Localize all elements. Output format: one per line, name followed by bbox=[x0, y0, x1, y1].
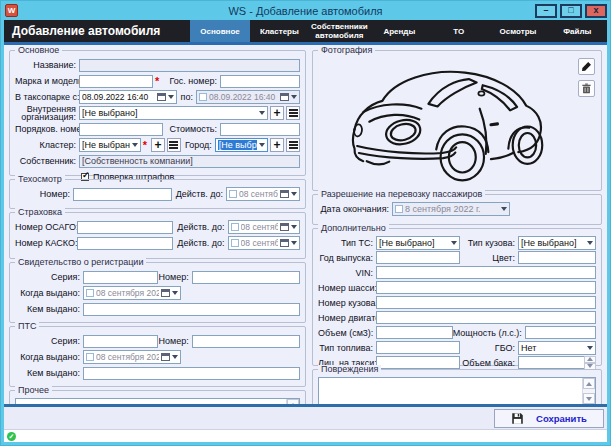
osago-input[interactable] bbox=[77, 221, 173, 234]
tab-to[interactable]: ТО bbox=[429, 20, 488, 42]
date-enable-checkbox[interactable] bbox=[231, 239, 239, 247]
edit-photo-button[interactable] bbox=[578, 58, 595, 75]
calendar-button[interactable] bbox=[161, 289, 178, 297]
taksopark-from-datepicker[interactable]: 08.09.2022 16:40 bbox=[79, 90, 177, 104]
label-obem-baka: Объем бака: bbox=[460, 358, 518, 368]
stoimost-input[interactable] bbox=[220, 123, 300, 136]
minimize-button[interactable]: – bbox=[535, 4, 557, 18]
calendar-button[interactable] bbox=[157, 93, 174, 101]
calendar-button[interactable] bbox=[280, 239, 297, 247]
plus-icon: + bbox=[273, 139, 280, 151]
group-pts: ПТС Серия: Номер: Когда выдано: 08 сентя… bbox=[9, 326, 306, 387]
save-button[interactable]: Сохранить bbox=[494, 409, 604, 428]
vnutr-org-add-button[interactable]: + bbox=[270, 106, 284, 120]
svid-kem-input[interactable] bbox=[83, 303, 300, 316]
scrollbar[interactable] bbox=[582, 378, 595, 404]
pts-kem-input[interactable] bbox=[83, 367, 300, 380]
prochee-textarea[interactable] bbox=[15, 398, 300, 404]
nomer-shassi-input[interactable] bbox=[376, 281, 596, 294]
date-enable-checkbox[interactable] bbox=[86, 289, 94, 297]
scroll-up-button[interactable] bbox=[583, 378, 595, 389]
window-controls: – □ x bbox=[535, 4, 607, 18]
kasko-input[interactable] bbox=[77, 237, 173, 250]
photo-actions bbox=[578, 58, 595, 97]
plus-icon: + bbox=[273, 107, 280, 119]
scroll-down-button[interactable] bbox=[583, 393, 595, 404]
taksopark-to-datepicker[interactable]: 08.09.2022 16:40 bbox=[196, 90, 300, 104]
poryadkov-input[interactable] bbox=[79, 123, 163, 136]
kasko-datepicker[interactable]: 08 сентября 2022 bbox=[228, 236, 300, 250]
gorod-select[interactable]: [Не выбрано] bbox=[215, 138, 268, 152]
vnutr-org-select[interactable]: [Не выбрано] bbox=[79, 106, 268, 120]
svid-datepicker[interactable]: 08 сентября 2022 bbox=[83, 286, 181, 300]
obem-baka-input[interactable] bbox=[518, 356, 584, 369]
obem-baka-stepper[interactable] bbox=[518, 356, 596, 370]
povrezhdeniya-textarea[interactable] bbox=[318, 377, 596, 404]
vin-input[interactable] bbox=[376, 266, 596, 279]
date-enable-checkbox[interactable] bbox=[395, 205, 403, 213]
label-line: организация: bbox=[21, 112, 76, 122]
calendar-button[interactable] bbox=[280, 93, 297, 101]
razreshenie-datepicker[interactable]: 8 сентября 2022 г. bbox=[392, 202, 510, 216]
group-prochee: Прочее bbox=[9, 390, 306, 404]
tsvet-input[interactable] bbox=[518, 251, 596, 264]
lits-taksi-input[interactable] bbox=[376, 356, 460, 369]
scrollbar[interactable] bbox=[286, 399, 299, 404]
date-enable-checkbox[interactable] bbox=[229, 190, 237, 198]
nomer-dvigatelya-input[interactable] bbox=[376, 311, 596, 324]
date-value: 08 сентября 2022 bbox=[241, 238, 278, 248]
pts-datepicker[interactable]: 08 сентября 2022 bbox=[83, 350, 181, 364]
vnutr-org-list-button[interactable] bbox=[286, 106, 300, 120]
calendar-button[interactable] bbox=[280, 223, 297, 231]
tab-fayly[interactable]: Файлы bbox=[548, 20, 607, 42]
scroll-up-button[interactable] bbox=[287, 399, 299, 404]
osago-datepicker[interactable]: 08 сентября 2022 bbox=[228, 220, 300, 234]
klaster-add-button[interactable]: + bbox=[151, 138, 165, 152]
date-enable-checkbox[interactable] bbox=[231, 223, 239, 231]
chevron-down-icon bbox=[291, 225, 297, 229]
list-icon bbox=[289, 109, 298, 117]
close-button[interactable]: x bbox=[585, 4, 607, 18]
svid-seriya-input[interactable] bbox=[83, 271, 158, 284]
step-up-button[interactable] bbox=[584, 356, 596, 363]
gbo-select[interactable]: Нет bbox=[518, 341, 596, 355]
calendar-button[interactable] bbox=[280, 190, 297, 198]
marka-input[interactable] bbox=[79, 75, 153, 88]
tab-osmotry[interactable]: Осмотры bbox=[488, 20, 547, 42]
gos-nomer-input[interactable] bbox=[220, 75, 300, 88]
pts-nomer-input[interactable] bbox=[192, 335, 300, 348]
moshchnost-input[interactable] bbox=[525, 326, 596, 339]
pts-seriya-input[interactable] bbox=[83, 335, 158, 348]
calendar-icon bbox=[157, 93, 166, 101]
tab-klastery[interactable]: Кластеры bbox=[250, 20, 309, 42]
klaster-select[interactable]: [Не выбрано] bbox=[79, 138, 141, 152]
maximize-button[interactable]: □ bbox=[560, 4, 582, 18]
group-title: Повреждения bbox=[318, 365, 381, 374]
nazvanie-field bbox=[79, 59, 300, 72]
tab-osnovnoe[interactable]: Основное bbox=[190, 20, 249, 42]
date-value: 08.09.2022 16:40 bbox=[209, 92, 278, 102]
tehosmotr-nomer-input[interactable] bbox=[73, 188, 172, 201]
god-vypuska-input[interactable] bbox=[376, 251, 460, 264]
date-enable-checkbox[interactable] bbox=[86, 353, 94, 361]
tip-kuzova-select[interactable]: [Не выбрано] bbox=[518, 236, 596, 250]
textarea-body[interactable] bbox=[16, 399, 286, 404]
delete-photo-button[interactable] bbox=[578, 80, 595, 97]
tip-topliva-input[interactable] bbox=[376, 341, 460, 354]
tab-sobstvenniki[interactable]: Собственники автомобиля bbox=[309, 20, 370, 42]
nomer-kuzova-input[interactable] bbox=[376, 296, 596, 309]
textarea-body[interactable] bbox=[319, 378, 582, 404]
gorod-list-button[interactable] bbox=[286, 138, 300, 152]
calendar-icon bbox=[161, 353, 170, 361]
tip-ts-select[interactable]: [Не выбрано] bbox=[376, 236, 460, 250]
tehosmotr-datepicker[interactable]: 08 сентября 2022 bbox=[226, 187, 300, 201]
label-tip-ts: Тип ТС: bbox=[318, 238, 376, 248]
group-osnovnoe: Основное Название: Марка и модель: * Гос… bbox=[9, 50, 306, 176]
calendar-button[interactable] bbox=[161, 353, 178, 361]
klaster-list-button[interactable] bbox=[167, 138, 181, 152]
date-enable-checkbox[interactable] bbox=[199, 93, 207, 101]
tab-arendy[interactable]: Аренды bbox=[370, 20, 429, 42]
svid-nomer-input[interactable] bbox=[192, 271, 300, 284]
obem-input[interactable] bbox=[376, 326, 453, 339]
gorod-add-button[interactable]: + bbox=[270, 138, 284, 152]
